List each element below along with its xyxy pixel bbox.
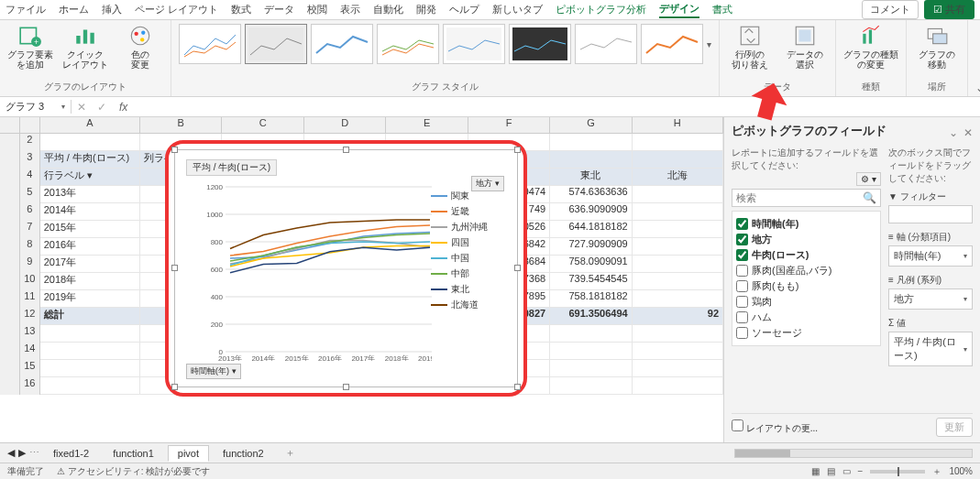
tab-design[interactable]: デザイン [659, 2, 699, 18]
field-牛肉(ロース)[interactable]: 牛肉(ロース) [736, 248, 876, 262]
styles-more-icon[interactable]: ▾ [707, 39, 711, 49]
tab-review[interactable]: 校閲 [307, 3, 327, 16]
add-chart-element-button[interactable]: + グラフ要素 を追加 [7, 24, 53, 70]
area-values-box[interactable]: 平均 / 牛肉(ロース)▾ [888, 332, 973, 366]
chart-style-2[interactable] [245, 24, 307, 64]
change-colors-button[interactable]: 色の 変更 [117, 24, 163, 70]
tab-page-layout[interactable]: ページ レイアウト [135, 3, 218, 16]
zoom-in-icon[interactable]: ＋ [932, 465, 941, 478]
defer-layout-checkbox[interactable]: レイアウトの更... [732, 419, 818, 435]
formula-input[interactable] [135, 97, 980, 116]
view-normal-icon[interactable]: ▦ [811, 466, 820, 476]
sheet-nav-prev-icon[interactable]: ◀ [7, 447, 15, 459]
annotation-red-arrow [747, 79, 791, 125]
share-button[interactable]: ☑ 共有 [924, 0, 974, 19]
row-labels-header[interactable]: 行ラベル ▾ [40, 169, 140, 186]
sheet-tab-function2[interactable]: function2 [213, 445, 274, 462]
tab-insert[interactable]: 挿入 [102, 3, 122, 16]
pane-gear-icon[interactable]: ⚙ ▾ [856, 172, 881, 186]
sheet-nav-next-icon[interactable]: ▶ [18, 447, 26, 459]
chart-legend[interactable]: 関東近畿九州沖縄四国中国中部東北北海道 [431, 187, 504, 314]
switch-row-column-button[interactable]: 行/列の 切り替え [727, 24, 773, 70]
chart-style-8[interactable] [641, 24, 703, 64]
svg-text:2017年: 2017年 [351, 354, 375, 361]
tab-data[interactable]: データ [264, 3, 294, 16]
pivot-value-field-label: 平均 / 牛肉(ロース) [40, 151, 140, 169]
field-list[interactable]: 時間軸(年) 地方 牛肉(ロース) 豚肉(国産品,バラ) 豚肉(もも) 鶏肉 ハ… [732, 211, 881, 346]
status-accessibility[interactable]: ⚠ アクセシビリティ: 検討が必要です [57, 465, 210, 478]
field-ソーセージ[interactable]: ソーセージ [736, 326, 876, 340]
enter-icon[interactable]: ✓ [92, 101, 112, 114]
col-G[interactable]: G [550, 117, 632, 133]
zoom-out-icon[interactable]: − [858, 466, 864, 476]
zoom-slider[interactable] [870, 470, 925, 474]
new-sheet-icon[interactable]: ＋ [278, 446, 303, 460]
quick-layout-button[interactable]: クイック レイアウト [62, 24, 108, 70]
fx-icon[interactable]: fx [112, 101, 135, 114]
ribbon-collapse-icon[interactable]: ⌄ [975, 82, 980, 94]
sheet-tab-function1[interactable]: function1 [103, 445, 164, 462]
name-box[interactable]: グラフ 3▾ [0, 100, 72, 114]
tab-home[interactable]: ホーム [59, 3, 89, 16]
col-C[interactable]: C [222, 117, 303, 133]
chart-styles-gallery[interactable]: ▾ [179, 24, 711, 64]
pane-options-icon[interactable]: ⌄ [949, 126, 958, 139]
col-A[interactable]: A [40, 117, 140, 133]
area-axis-box[interactable]: 時間軸(年)▾ [888, 245, 973, 267]
tab-automate[interactable]: 自動化 [373, 3, 403, 16]
chart-style-7[interactable] [575, 24, 637, 64]
change-chart-type-button[interactable]: グラフの種類 の変更 [843, 24, 898, 70]
update-button[interactable]: 更新 [936, 418, 973, 437]
svg-text:2016年: 2016年 [318, 354, 342, 361]
chart-style-3[interactable] [311, 24, 373, 64]
svg-text:600: 600 [211, 266, 224, 274]
horizontal-scrollbar[interactable] [734, 449, 973, 458]
chart-style-1[interactable] [179, 24, 241, 64]
view-break-icon[interactable]: ▭ [842, 466, 851, 476]
tab-format[interactable]: 書式 [712, 3, 732, 16]
chart-style-5[interactable] [443, 24, 505, 64]
tab-new[interactable]: 新しいタブ [492, 3, 543, 16]
field-豚肉(もも)[interactable]: 豚肉(もも) [736, 279, 876, 293]
col-D[interactable]: D [304, 117, 386, 133]
svg-text:1000: 1000 [206, 211, 223, 219]
field-search-input[interactable] [736, 192, 863, 203]
chart-style-4[interactable] [377, 24, 439, 64]
col-B[interactable]: B [140, 117, 222, 133]
field-豚肉(国産品,バラ)[interactable]: 豚肉(国産品,バラ) [736, 264, 876, 278]
svg-rect-17 [869, 30, 872, 44]
svg-text:400: 400 [211, 293, 224, 301]
col-H[interactable]: H [633, 117, 723, 133]
view-page-icon[interactable]: ▤ [827, 466, 835, 476]
col-E[interactable]: E [386, 117, 468, 133]
field-ハム[interactable]: ハム [736, 310, 876, 324]
select-data-button[interactable]: データの 選択 [782, 24, 828, 70]
svg-text:2014年: 2014年 [251, 354, 275, 361]
cancel-icon[interactable]: ✕ [72, 101, 92, 114]
col-F[interactable]: F [468, 117, 550, 133]
pivot-chart[interactable]: 平均 / 牛肉(ロース) 地方 ▾ 時間軸(年) ▾ 1200100080060… [165, 140, 527, 397]
pane-close-icon[interactable]: ✕ [963, 126, 973, 139]
tab-file[interactable]: ファイル [6, 3, 46, 16]
field-search[interactable]: 🔍 [732, 189, 881, 207]
sheet-tab-pivot[interactable]: pivot [168, 445, 209, 462]
sheet-tab-fixed[interactable]: fixed1-2 [43, 445, 99, 462]
chart-title[interactable]: 平均 / 牛肉(ロース) [186, 159, 277, 176]
tab-pivot-chart-analyze[interactable]: ピボットグラフ分析 [556, 3, 646, 16]
move-chart-button[interactable]: グラフの 移動 [914, 24, 960, 70]
worksheet-area[interactable]: A B C D E F G H 2 3平均 / 牛肉(ロース)列ラベル 4行ラベ… [0, 117, 723, 442]
tab-help[interactable]: ヘルプ [449, 3, 479, 16]
field-地方[interactable]: 地方 [736, 233, 876, 246]
area-filter-box[interactable] [888, 205, 973, 223]
tab-developer[interactable]: 開発 [416, 3, 436, 16]
tab-view[interactable]: 表示 [340, 3, 360, 16]
area-legend-box[interactable]: 地方▾ [888, 288, 973, 310]
chart-plot-area[interactable]: 120010008006004002000 2013年2014年2015年201… [203, 178, 432, 361]
zoom-level[interactable]: 100% [949, 466, 973, 476]
comment-button[interactable]: コメント [862, 0, 919, 19]
field-鶏肉[interactable]: 鶏肉 [736, 295, 876, 309]
chart-style-6[interactable] [509, 24, 571, 64]
field-時間軸(年)[interactable]: 時間軸(年) [736, 217, 876, 231]
tab-formula[interactable]: 数式 [231, 3, 251, 16]
chart-axis-field-button[interactable]: 時間軸(年) ▾ [186, 364, 241, 379]
